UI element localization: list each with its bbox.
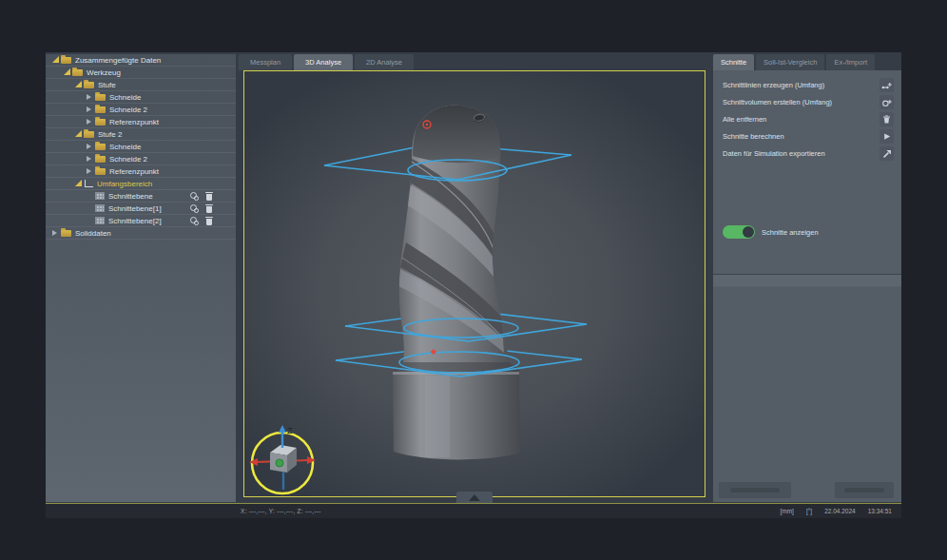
tab-2d-analyse[interactable]: 2D Analyse <box>355 54 414 70</box>
expander-icon[interactable] <box>74 180 82 187</box>
inspect-icon[interactable] <box>190 192 198 200</box>
expander-icon[interactable] <box>86 106 93 113</box>
tree-item-label: Schnittebene <box>108 192 153 201</box>
expander-icon[interactable] <box>86 143 93 150</box>
tree-item-zusammengefuegte-daten[interactable]: Zusammengefügte Daten <box>46 54 236 67</box>
trash-icon <box>881 114 892 125</box>
action-label: Schnittlinien erzeugen (Umfang) <box>723 81 824 89</box>
tree-item-stufe-2[interactable]: Stufe 2 <box>46 128 236 141</box>
action-row: Schnittvolumen erstellen (Umfang) <box>713 93 901 110</box>
polyline-plus-icon <box>881 80 892 90</box>
tree-item-umfangsbereich[interactable]: Umfangsbereich <box>46 178 236 190</box>
tree-item-label: Umfangsbereich <box>97 180 152 188</box>
inspect-icon[interactable] <box>190 217 198 224</box>
folder-icon <box>95 94 106 101</box>
remove-all-button[interactable] <box>879 112 894 126</box>
analysis-area: Messplan 3D Analyse 2D Analyse <box>236 54 713 502</box>
delete-icon[interactable] <box>205 192 213 201</box>
show-cuts-toggle[interactable] <box>723 225 755 239</box>
export-simulation-button[interactable] <box>879 146 894 161</box>
unit-angle[interactable]: [°] <box>806 508 812 514</box>
inspector-panel: Schnitte Soll-Ist-Vergleich Ex-/Import S… <box>713 54 901 502</box>
delete-icon[interactable] <box>205 217 213 225</box>
status-date: 22.04.2024 <box>824 508 856 514</box>
toggle-label: Schnitte anzeigen <box>762 228 819 237</box>
tree-item-schneide-2[interactable]: Schneide 2 <box>46 153 236 165</box>
measure-range-icon <box>84 180 93 187</box>
3d-scene: Z <box>244 71 705 496</box>
status-time: 13:34:51 <box>868 508 892 514</box>
tree-item-label: Schneide <box>109 143 141 151</box>
folder-icon <box>95 106 106 113</box>
tree-item-label: Schneide <box>109 93 141 102</box>
inspector-tab-bar: Schnitte Soll-Ist-Vergleich Ex-/Import <box>713 54 901 70</box>
tree-item-label: Stufe 2 <box>98 130 122 139</box>
tab-3d-analyse[interactable]: 3D Analyse <box>294 54 353 70</box>
cut-plane-icon <box>95 217 105 224</box>
export-arrow-icon <box>881 148 892 159</box>
tab-schnitte[interactable]: Schnitte <box>713 54 754 70</box>
expander-icon[interactable] <box>51 56 59 64</box>
tree-item-schnittebene-2[interactable]: Schnittebene[2] <box>46 215 236 227</box>
expander-icon[interactable] <box>51 229 59 237</box>
action-label: Schnittvolumen erstellen (Umfang) <box>723 98 832 106</box>
tab-soll-ist-vergleich[interactable]: Soll-Ist-Vergleich <box>756 54 824 70</box>
create-cut-lines-button[interactable] <box>879 78 894 92</box>
tab-ex-import[interactable]: Ex-/Import <box>826 54 875 70</box>
expander-icon[interactable] <box>74 81 82 88</box>
view-tab-bar: Messplan 3D Analyse 2D Analyse <box>239 54 414 70</box>
tree-item-schneide-2[interactable]: Schneide 2 <box>46 104 236 116</box>
create-cut-volumes-button[interactable] <box>879 95 894 109</box>
cursor-coordinates: X: ---,---, Y: ---,---, Z: ---,--- <box>241 508 321 514</box>
footer-button-left[interactable] <box>719 482 791 498</box>
expander-icon[interactable] <box>86 167 93 175</box>
tree-item-referenzpunkt[interactable]: Referenzpunkt <box>46 116 236 128</box>
tree-item-label: Soliddaten <box>75 229 111 238</box>
tree-item-stufe[interactable]: Stufe <box>46 79 236 91</box>
app-window: Zusammengefügte Daten Werkzeug Stufe Sch… <box>46 52 901 518</box>
tree-item-schnittebene[interactable]: Schnittebene <box>46 190 236 203</box>
folder-icon <box>61 57 71 64</box>
expander-icon[interactable] <box>63 68 70 76</box>
action-label: Schnitte berechnen <box>723 132 784 141</box>
tree-item-label: Schnittebene[2] <box>108 217 162 225</box>
action-row: Schnittlinien erzeugen (Umfang) <box>713 76 901 93</box>
action-row: Alle entfernen <box>713 110 901 127</box>
inspector-lower-section <box>713 274 901 502</box>
tree-item-schnittebene-1[interactable]: Schnittebene[1] <box>46 203 236 215</box>
tree-item-label: Werkzeug <box>87 68 121 77</box>
folder-icon <box>84 131 94 138</box>
play-icon <box>881 131 892 142</box>
drill-model[interactable] <box>393 105 526 459</box>
tree-item-schneide[interactable]: Schneide <box>46 91 236 104</box>
footer-button-right[interactable] <box>835 482 894 498</box>
expander-spacer <box>86 217 93 224</box>
action-list: Schnittlinien erzeugen (Umfang) Schnittv… <box>713 76 901 162</box>
expander-icon[interactable] <box>74 130 82 138</box>
inspector-body: Schnittlinien erzeugen (Umfang) Schnittv… <box>713 70 901 502</box>
expander-spacer <box>86 192 93 200</box>
expander-icon[interactable] <box>86 155 93 163</box>
inspect-icon[interactable] <box>190 204 198 212</box>
tree-item-referenzpunkt[interactable]: Referenzpunkt <box>46 165 236 178</box>
project-tree-panel: Zusammengefügte Daten Werkzeug Stufe Sch… <box>46 54 236 502</box>
tree-item-werkzeug[interactable]: Werkzeug <box>46 67 236 79</box>
cut-plane-icon <box>95 192 105 200</box>
3d-viewport[interactable]: Z <box>243 70 705 497</box>
tab-messplan[interactable]: Messplan <box>239 54 292 70</box>
tree-item-label: Schnittebene[1] <box>108 204 162 213</box>
tree-item-label: Schneide 2 <box>109 155 147 164</box>
expander-spacer <box>86 204 93 212</box>
status-bar: X: ---,---, Y: ---,---, Z: ---,--- [mm] … <box>46 503 901 518</box>
tree-item-label: Referenzpunkt <box>109 167 159 176</box>
orientation-gizmo[interactable]: Z <box>249 425 316 493</box>
expander-icon[interactable] <box>86 118 93 126</box>
cut-plane-icon <box>95 204 105 212</box>
folder-icon <box>61 230 71 237</box>
expander-icon[interactable] <box>86 93 93 101</box>
compute-cuts-button[interactable] <box>879 129 894 144</box>
tree-item-schneide[interactable]: Schneide <box>46 141 236 153</box>
unit-length[interactable]: [mm] <box>780 508 793 514</box>
tree-item-soliddaten[interactable]: Soliddaten <box>46 227 236 240</box>
delete-icon[interactable] <box>205 204 213 213</box>
